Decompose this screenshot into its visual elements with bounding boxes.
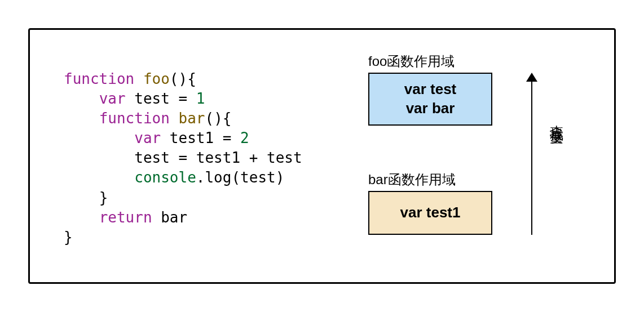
bar-scope-label: bar函数作用域 [368,171,456,189]
code-brace: } [99,189,108,206]
foo-scope-box: var test var bar [368,73,492,126]
arrow-shaft [531,79,532,235]
code-text: .log(test) [196,169,285,186]
function-name-bar: bar [179,110,205,127]
code-punct: (){ [205,110,231,127]
keyword-function: function [99,110,170,127]
keyword-return: return [99,209,152,226]
lookup-arrow [526,73,537,235]
arrow-label: 查找变量 [548,114,566,123]
bar-scope-var-test1: var test1 [400,203,461,222]
keyword-var: var [134,130,161,146]
code-block: function foo(){ var test = 1 function ba… [64,69,302,247]
number-literal: 2 [240,130,249,146]
foo-scope-var-test: var test [404,80,457,99]
keyword-function: function [64,70,134,87]
code-text: test = [126,90,196,107]
code-brace: } [64,229,73,246]
number-literal: 1 [196,90,205,107]
code-text: bar [152,209,188,226]
function-name-foo: foo [143,70,170,87]
code-text: test1 = [161,130,240,146]
code-punct: (){ [170,70,196,87]
foo-scope-var-bar: var bar [406,99,455,118]
foo-scope-label: foo函数作用域 [368,52,455,70]
console-ident: console [134,169,196,186]
code-text: test = test1 + test [134,149,302,166]
diagram-canvas: function foo(){ var test = 1 function ba… [28,28,616,284]
keyword-var: var [99,90,126,107]
bar-scope-box: var test1 [368,191,492,235]
